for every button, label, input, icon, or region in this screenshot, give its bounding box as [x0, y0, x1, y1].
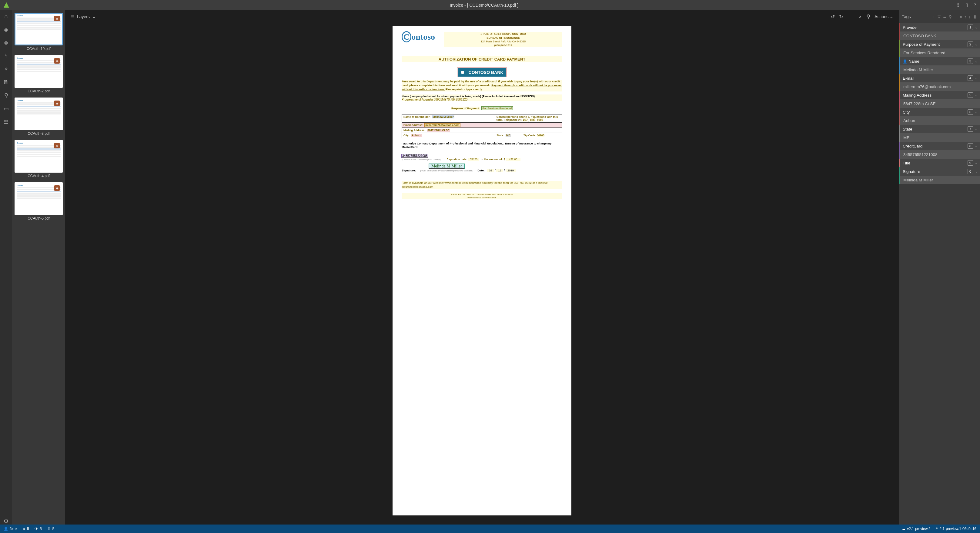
status-bar: 👤fblux ◈5 👁5 🗎5 ☁v2.1-preview.2 ⑂2.1-pre…: [0, 525, 980, 533]
version-right[interactable]: ⑂2.1-preview.1-06d9c16: [936, 527, 976, 531]
tag-value[interactable]: ME: [899, 133, 980, 142]
up-icon[interactable]: ↑: [964, 14, 966, 19]
tag-header[interactable]: Title9⌄: [899, 159, 980, 167]
thumbnail-item[interactable]: Contoso ◈ CCAuth-3.pdf: [14, 98, 63, 136]
replace-icon[interactable]: ⇥: [958, 14, 962, 19]
actions-dropdown[interactable]: Actions ⌄: [875, 14, 893, 19]
state-value: ME: [506, 134, 511, 137]
tag-value[interactable]: Melinda M Miller: [899, 176, 980, 184]
hdr-bureau: BUREAU OF INSURANCE: [487, 36, 520, 40]
card-icon[interactable]: ▭: [4, 105, 9, 112]
thumbnail-label: CCAuth-5.pdf: [14, 216, 63, 220]
fees-text2: Please print or type clearly.: [445, 87, 483, 91]
thumbnail-label: CCAuth-10.pdf: [14, 47, 63, 51]
date-month: 02: [487, 169, 494, 172]
bank-swirl-icon: [461, 69, 467, 75]
filter-icon[interactable]: ▽: [937, 14, 940, 19]
version-left[interactable]: ☁v2.1-preview.2: [902, 527, 930, 531]
tag-header[interactable]: Mailing Address5⌄: [899, 91, 980, 99]
cloud-icon: ☁: [902, 527, 905, 531]
tag-shortcut: 2: [967, 41, 973, 47]
name-field-label: Name (company/individual for whom paymen…: [402, 95, 536, 98]
face-icon[interactable]: ☻: [3, 40, 9, 46]
thumbnail-item[interactable]: Contoso ◈ CCAuth-4.pdf: [14, 140, 63, 178]
pdf-page: Contoso STATE OF CALIFORNIA: CONTOSO BUR…: [393, 26, 571, 516]
mail-label: Mailing Address:: [404, 129, 425, 132]
tag-header[interactable]: E-mail4⌄: [899, 74, 980, 82]
phone-prefix: 876: [530, 118, 535, 121]
mail-value: 5647 228th Ct SE: [427, 129, 450, 132]
share-icon[interactable]: ⇪: [956, 2, 960, 8]
count1[interactable]: ◈5: [23, 527, 29, 531]
delete-icon[interactable]: 🗑: [973, 14, 977, 19]
tag-shortcut: 3: [967, 59, 973, 64]
help-icon[interactable]: ?: [974, 2, 976, 8]
bank-logo: CONTOSO BANK: [458, 68, 506, 77]
home-icon[interactable]: ⌂: [5, 13, 8, 20]
merge-icon[interactable]: ⑂: [5, 53, 8, 59]
document-viewer: ☰ Layers ⌄ ↺ ↻ ⚬ ⚲ Actions ⌄ Contoso STA…: [65, 10, 899, 525]
list-icon[interactable]: ≣: [943, 14, 947, 19]
doc-icon: 🗎: [47, 527, 51, 531]
state-label: State:: [496, 134, 504, 137]
exp-value: 05/ 20: [468, 158, 479, 161]
rotate-right-icon[interactable]: ↻: [839, 14, 843, 20]
tag-header[interactable]: Purpose of Payment2⌄: [899, 40, 980, 48]
thumbnail-item[interactable]: Contoso ◈ CCAuth-5.pdf: [14, 182, 63, 220]
tag-value[interactable]: millermm76@outlook.com: [899, 82, 980, 91]
thumbnail-tag-icon: ◈: [54, 16, 60, 21]
purpose-label: Purpose of Payment:: [451, 106, 480, 110]
zoom-out-icon[interactable]: ⚬: [858, 13, 862, 20]
chevron-down-icon: ⌄: [975, 161, 978, 165]
actions-label: Actions: [875, 14, 888, 19]
plug-icon[interactable]: ⚲: [4, 92, 8, 99]
idea-icon[interactable]: ✧: [4, 66, 8, 72]
bank-name: CONTOSO BANK: [469, 70, 503, 75]
doc-add-icon[interactable]: 🗎: [3, 79, 9, 86]
layers-icon: ☰: [71, 14, 75, 19]
tag-header[interactable]: State7⌄: [899, 125, 980, 133]
panel-icon[interactable]: ▯: [966, 2, 968, 8]
user-name: fblux: [10, 527, 17, 531]
zip-label: Zip Code:: [523, 134, 536, 137]
user-icon: 👤: [4, 527, 8, 531]
thumbnail-label: CCAuth-4.pdf: [14, 174, 63, 178]
thumbnail-tag-icon: ◈: [54, 58, 60, 63]
thumbnail-tag-icon: ◈: [54, 143, 60, 148]
tag-value[interactable]: 5647 228th Ct SE: [899, 99, 980, 108]
user-status[interactable]: 👤fblux: [4, 527, 17, 531]
name-field-value: Progressive of Augusta 88901NE70, 89-288…: [402, 98, 468, 101]
tag-header[interactable]: Provider1⌄: [899, 23, 980, 32]
chevron-down-icon: ⌄: [975, 93, 978, 97]
settings-icon[interactable]: ⚙: [4, 518, 8, 525]
tag-header[interactable]: CreditCard8⌄: [899, 142, 980, 150]
phone-line: 9008: [537, 118, 543, 121]
tag-header[interactable]: City6⌄: [899, 108, 980, 116]
tag-header[interactable]: Signature0⌄: [899, 167, 980, 176]
thumbnail-item[interactable]: Contoso ◈ CCAuth-10.pdf: [14, 13, 63, 51]
tag-header[interactable]: 👤Name3⌄: [899, 57, 980, 65]
form-icon[interactable]: ☳: [4, 119, 8, 125]
chevron-down-icon: ⌄: [975, 43, 978, 46]
count2[interactable]: 👁5: [35, 527, 42, 531]
tag-value[interactable]: 345576551221008: [899, 150, 980, 159]
footer-addr: OFFICES LOCATED AT 24 Main Street Palo A…: [451, 193, 512, 196]
add-tag-icon[interactable]: +: [933, 14, 935, 19]
count3[interactable]: 🗎5: [47, 527, 54, 531]
tag-value[interactable]: For Services Rendered: [899, 48, 980, 57]
zoom-in-icon[interactable]: ⚲: [866, 13, 870, 20]
purpose-value: For Services Rendered: [482, 106, 512, 110]
tag-icon[interactable]: ◈: [4, 26, 8, 33]
search-tags-icon[interactable]: ⚲: [949, 14, 952, 19]
date-year: 2019: [506, 169, 515, 172]
amount-label: in the amount of: $: [481, 158, 505, 161]
tag-value[interactable]: Auburn: [899, 116, 980, 125]
tag-value[interactable]: Melinda M Miller: [899, 65, 980, 74]
rotate-left-icon[interactable]: ↺: [831, 14, 835, 20]
sig-note: (must be signed by authorized person to …: [420, 169, 473, 172]
tag-value[interactable]: CONTOSO BANK: [899, 32, 980, 40]
down-icon[interactable]: ↓: [969, 14, 971, 19]
thumbnail-item[interactable]: Contoso ◈ CCAuth-2.pdf: [14, 55, 63, 93]
layers-dropdown[interactable]: ☰ Layers ⌄: [71, 14, 96, 19]
hdr-company: CONTOSO: [512, 32, 526, 35]
